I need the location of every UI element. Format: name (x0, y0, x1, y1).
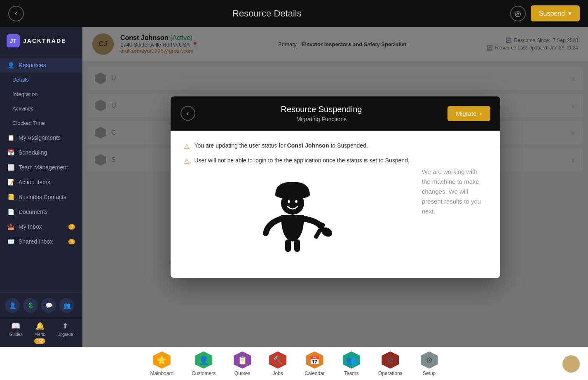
modal-overlay: ‹ Resource Suspending Migrating Function… (82, 27, 588, 347)
alerts-badge: 268 (34, 338, 45, 344)
sidebar-nav: 👤 Resources Details Integration Activiti… (0, 55, 82, 251)
modal-title: Resource Suspending (195, 105, 448, 114)
mainboard-icon: ⭐ (153, 352, 171, 369)
svg-point-1 (281, 192, 304, 215)
documents-icon: 📄 (7, 209, 14, 215)
modal-body: ⚠ You are updating the user status for C… (171, 131, 500, 263)
sidebar-logo: JT JACKTRADE (0, 27, 82, 55)
content-area: CJ Const Johnson (Active) 1740 Seidersvi… (82, 27, 588, 347)
warning-1: ⚠ You are updating the user status for C… (184, 142, 410, 150)
sidebar-item-business-contacts[interactable]: 📒 Business Contacts (0, 190, 82, 204)
nav-item-calendar[interactable]: 📅 Calendar (295, 348, 334, 380)
sidebar-upgrade-button[interactable]: ⬆ Upgrade (57, 321, 73, 344)
svg-rect-7 (285, 239, 291, 252)
upgrade-icon: ⬆ (62, 321, 68, 331)
sidebar-footer-icons: 👤 💲 💬 👥 (0, 293, 82, 318)
contacts-icon: 📒 (7, 194, 14, 200)
inbox-badge: β (68, 224, 75, 230)
modal-header: ‹ Resource Suspending Migrating Function… (171, 96, 500, 131)
sidebar-item-shared-inbox[interactable]: ✉️ Shared Inbox β (0, 234, 82, 249)
modal-back-button[interactable]: ‹ (180, 106, 195, 121)
nav-item-teams[interactable]: 👥 Teams (334, 348, 369, 380)
page-title: Resource Details (232, 8, 302, 19)
compass-icon[interactable]: ◎ (510, 6, 526, 21)
quotes-icon: 📋 (234, 352, 251, 369)
teams-icon: 👥 (343, 352, 360, 369)
setup-icon: ⚙ (421, 352, 438, 369)
inbox-icon: 📥 (7, 223, 14, 230)
sidebar-item-my-assignments[interactable]: 📋 My Assignments (0, 130, 82, 145)
resources-icon: 👤 (7, 62, 14, 68)
modal-left: ⚠ You are updating the user status for C… (184, 142, 410, 252)
nav-item-quotes[interactable]: 📋 Quotes (225, 348, 260, 380)
warning-icon-2: ⚠ (184, 157, 190, 165)
suspend-button[interactable]: Suspend ▾ (531, 5, 580, 21)
sidebar-item-my-inbox[interactable]: 📥 My Inbox β (0, 219, 82, 234)
modal-header-center: Resource Suspending Migrating Functions (195, 105, 448, 122)
main-layout: JT JACKTRADE 👤 Resources Details Integra… (0, 27, 588, 347)
sidebar-alerts-button[interactable]: 🔔 Alerts 268 (34, 321, 45, 344)
nav-item-mainboard[interactable]: ⭐ Mainboard (141, 348, 183, 380)
sidebar-footer-chat-icon[interactable]: 💬 (41, 298, 56, 313)
back-button[interactable]: ‹ (8, 6, 24, 21)
top-bar-left: ‹ (8, 6, 24, 21)
sidebar-item-clocked-time[interactable]: Clocked Time (0, 116, 82, 130)
sidebar-item-integration[interactable]: Integration (0, 87, 82, 101)
warning-2: ⚠ User will not be able to login to the … (184, 157, 410, 165)
calendar-icon: 📅 (306, 352, 323, 369)
scheduling-icon: 📅 (7, 149, 14, 156)
action-icon: 📝 (7, 179, 14, 185)
nav-item-jobs[interactable]: 🔨 Jobs (260, 348, 295, 380)
team-icon: ⬜ (7, 164, 14, 171)
top-bar: ‹ Resource Details ◎ Suspend ▾ (0, 0, 588, 27)
sidebar-item-details[interactable]: Details (0, 73, 82, 87)
shared-inbox-badge: β (68, 239, 75, 244)
shared-inbox-icon: ✉️ (7, 238, 14, 245)
worker-illustration (184, 174, 410, 252)
modal-subtitle: Migrating Functions (195, 116, 448, 122)
logo-text: JACKTRADE (23, 38, 66, 44)
svg-rect-8 (294, 239, 300, 252)
svg-point-2 (288, 200, 290, 203)
operations-icon: ⚙ (382, 352, 399, 369)
nav-item-setup[interactable]: ⚙ Setup (412, 348, 447, 380)
sidebar-footer-user-icon[interactable]: 👤 (5, 298, 20, 313)
sidebar-guides-button[interactable]: 📖 Guides (9, 321, 23, 344)
svg-point-3 (295, 200, 298, 203)
sidebar-item-scheduling[interactable]: 📅 Scheduling (0, 145, 82, 160)
modal-right: We are working with the machine to make … (422, 142, 487, 252)
sidebar-item-resources[interactable]: 👤 Resources (0, 58, 82, 73)
bottom-nav: ⭐ Mainboard 👤 Customers 📋 Quotes 🔨 Jobs … (0, 347, 588, 380)
assignments-icon: 📋 (7, 134, 14, 141)
sidebar-bottom: 👤 💲 💬 👥 📖 Guides 🔔 Alerts 268 ⬆ Upgrade (0, 293, 82, 347)
logo-icon: JT (7, 34, 20, 47)
sidebar-item-activities[interactable]: Activities (0, 101, 82, 116)
alerts-icon: 🔔 (35, 321, 45, 331)
sidebar-item-team-management[interactable]: ⬜ Team Management (0, 160, 82, 175)
nav-item-customers[interactable]: 👤 Customers (183, 348, 225, 380)
migrate-button[interactable]: Migrate › (447, 106, 490, 121)
top-bar-right: ◎ Suspend ▾ (510, 5, 580, 21)
sidebar-bottom-actions: 📖 Guides 🔔 Alerts 268 ⬆ Upgrade (0, 318, 82, 347)
sidebar-item-documents[interactable]: 📄 Documents (0, 204, 82, 219)
sidebar-footer-group-icon[interactable]: 👥 (59, 298, 74, 313)
alerts-label: Alerts (35, 332, 45, 337)
nav-item-operations[interactable]: ⚙ Operations (369, 348, 412, 380)
modal: ‹ Resource Suspending Migrating Function… (171, 96, 500, 278)
modal-working-text: We are working with the machine to make … (422, 167, 487, 216)
warning-icon-1: ⚠ (184, 143, 190, 150)
customers-icon: 👤 (195, 352, 212, 369)
sidebar-footer-dollar-icon[interactable]: 💲 (23, 298, 38, 313)
guides-icon: 📖 (11, 321, 20, 331)
jobs-icon: 🔨 (269, 352, 286, 369)
user-avatar[interactable] (562, 355, 580, 373)
sidebar: JT JACKTRADE 👤 Resources Details Integra… (0, 27, 82, 347)
sidebar-item-action-items[interactable]: 📝 Action Items (0, 175, 82, 190)
